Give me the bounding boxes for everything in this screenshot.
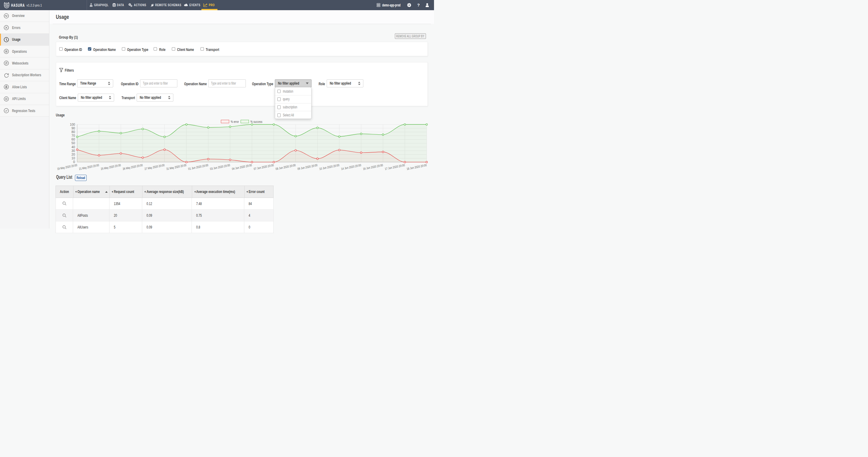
svg-text:21 May 2020 20:00: 21 May 2020 20:00 [79, 163, 99, 170]
svg-text:70: 70 [71, 134, 75, 137]
svg-text:07 Jun 2020 20:00: 07 Jun 2020 20:00 [253, 163, 274, 170]
svg-text:17 Jun 2020 20:00: 17 Jun 2020 20:00 [384, 163, 405, 170]
svg-text:50: 50 [71, 141, 75, 145]
svg-text:80: 80 [71, 130, 75, 134]
svg-text:60: 60 [71, 138, 75, 141]
svg-text:16 Jun 2020 20:00: 16 Jun 2020 20:00 [363, 163, 383, 170]
svg-text:100: 100 [70, 123, 75, 126]
svg-text:30: 30 [71, 149, 75, 152]
svg-text:27 May 2020 20:00: 27 May 2020 20:00 [144, 163, 165, 170]
svg-text:90: 90 [71, 126, 75, 130]
svg-text:14 Jun 2020 20:00: 14 Jun 2020 20:00 [341, 163, 362, 170]
svg-text:19 May 2020 20:00: 19 May 2020 20:00 [57, 163, 78, 170]
svg-text:26 May 2020 20:00: 26 May 2020 20:00 [122, 163, 143, 170]
svg-text:18 Jun 2020 20:00: 18 Jun 2020 20:00 [406, 163, 427, 170]
svg-text:25 May 2020 20:00: 25 May 2020 20:00 [100, 163, 121, 170]
svg-text:20: 20 [71, 153, 75, 156]
svg-text:09 Jun 2020 20:00: 09 Jun 2020 20:00 [297, 163, 318, 170]
svg-text:03 Jun 2020 20:00: 03 Jun 2020 20:00 [210, 163, 230, 170]
svg-text:01 Jun 2020 20:00: 01 Jun 2020 20:00 [188, 163, 209, 170]
svg-text:10 Jun 2020 20:00: 10 Jun 2020 20:00 [319, 163, 340, 170]
svg-text:40: 40 [71, 145, 75, 149]
svg-text:31 May 2020 20:00: 31 May 2020 20:00 [166, 163, 187, 170]
svg-text:08 Jun 2020 20:00: 08 Jun 2020 20:00 [275, 163, 296, 170]
svg-text:10: 10 [71, 156, 75, 160]
svg-text:0: 0 [73, 160, 75, 164]
svg-text:04 Jun 2020 20:00: 04 Jun 2020 20:00 [231, 163, 252, 170]
